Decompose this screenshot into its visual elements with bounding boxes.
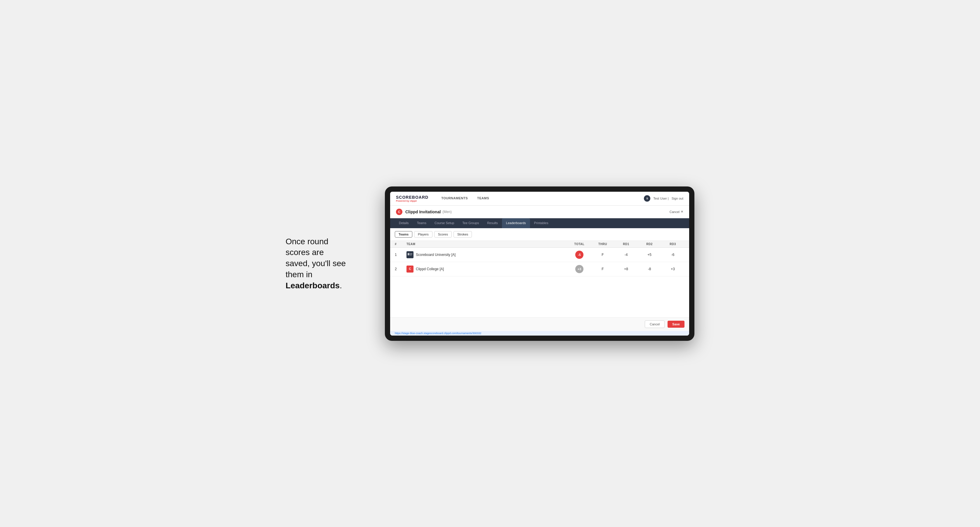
- tablet-screen: SCOREBOARD Powered by clippd TOURNAMENTS…: [390, 192, 689, 336]
- tab-tee-groups[interactable]: Tee Groups: [458, 218, 483, 228]
- nav-teams[interactable]: TEAMS: [473, 192, 494, 205]
- tournament-header: C Clippd Invitational (Men) Cancel ✕: [390, 206, 689, 218]
- total-cell-1: -5: [568, 251, 591, 259]
- tab-printables[interactable]: Printables: [530, 218, 552, 228]
- tab-bar: Details Teams Course Setup Tee Groups Re…: [390, 218, 689, 228]
- table-row: 1 Scoreboard University [A]: [390, 248, 689, 262]
- col-total: TOTAL: [568, 243, 591, 246]
- tournament-subtitle: (Men): [442, 210, 452, 214]
- svg-rect-1: [408, 253, 409, 256]
- row-rank-2: 2: [395, 267, 406, 271]
- tab-teams[interactable]: Teams: [413, 218, 430, 228]
- rd2-2: -8: [638, 267, 661, 271]
- sidebar-text-period: .: [340, 281, 342, 290]
- team-logo-1: [406, 251, 414, 258]
- table-row: 2 C Clippd College [A] +3 F +8 -8 +3: [390, 262, 689, 276]
- nav-right: S Test User | Sign out: [644, 195, 683, 202]
- top-nav: SCOREBOARD Powered by clippd TOURNAMENTS…: [390, 192, 689, 206]
- score-badge-2: +3: [575, 265, 584, 273]
- rd3-2: +3: [661, 267, 684, 271]
- svg-rect-2: [410, 254, 412, 254]
- logo-brand: clippd: [410, 200, 417, 202]
- cancel-icon: ✕: [681, 210, 683, 214]
- url-text: https://stage-blue-coach.stagescoreboard…: [395, 332, 481, 335]
- col-team: TEAM: [406, 243, 568, 246]
- team-cell-1: Scoreboard University [A]: [406, 251, 568, 258]
- logo-scoreboard: SCOREBOARD: [396, 195, 428, 200]
- col-rd1: RD1: [614, 243, 638, 246]
- rd1-2: +8: [614, 267, 638, 271]
- save-button[interactable]: Save: [668, 321, 684, 328]
- thru-1: F: [591, 253, 614, 257]
- cancel-button[interactable]: Cancel: [645, 321, 665, 328]
- col-thru: THRU: [591, 243, 614, 246]
- tournament-icon: C: [396, 209, 402, 215]
- sidebar-text-line1: Once round: [286, 237, 328, 246]
- tournament-title: Clippd Invitational: [405, 210, 441, 214]
- tab-details[interactable]: Details: [395, 218, 413, 228]
- filter-teams[interactable]: Teams: [395, 231, 412, 238]
- svg-rect-3: [410, 255, 412, 256]
- leaderboard-table: # TEAM TOTAL THRU RD1 RD2 RD3 1: [390, 241, 689, 276]
- rd3-1: -6: [661, 253, 684, 257]
- score-badge-1: -5: [575, 251, 584, 259]
- team-cell-2: C Clippd College [A]: [406, 265, 568, 273]
- col-rd3: RD3: [661, 243, 684, 246]
- tab-leaderboards[interactable]: Leaderboards: [502, 218, 530, 228]
- sidebar-text-line2: scores are: [286, 248, 324, 257]
- filter-players[interactable]: Players: [414, 231, 433, 238]
- tablet-device: SCOREBOARD Powered by clippd TOURNAMENTS…: [385, 186, 694, 341]
- user-avatar: S: [644, 195, 650, 202]
- footer-bar: Cancel Save: [390, 317, 689, 331]
- sidebar-text-line4: them in: [286, 270, 312, 279]
- rd1-1: -4: [614, 253, 638, 257]
- logo-powered: Powered by clippd: [396, 200, 428, 202]
- sign-out-link[interactable]: Sign out: [671, 197, 683, 200]
- user-name: Test User |: [653, 197, 668, 200]
- thru-2: F: [591, 267, 614, 271]
- nav-tournaments[interactable]: TOURNAMENTS: [437, 192, 473, 205]
- team-logo-2: C: [406, 265, 414, 273]
- table-header: # TEAM TOTAL THRU RD1 RD2 RD3: [390, 241, 689, 248]
- sidebar-text-line3: saved, you'll see: [286, 259, 346, 268]
- col-rank: #: [395, 243, 406, 246]
- url-bar: https://stage-blue-coach.stagescoreboard…: [390, 331, 689, 336]
- rd2-1: +5: [638, 253, 661, 257]
- tournament-cancel-button[interactable]: Cancel ✕: [670, 210, 683, 214]
- col-rd2: RD2: [638, 243, 661, 246]
- filter-scores[interactable]: Scores: [434, 231, 452, 238]
- row-rank-1: 1: [395, 253, 406, 257]
- sidebar-text-bold: Leaderboards: [286, 281, 340, 290]
- tab-course-setup[interactable]: Course Setup: [430, 218, 458, 228]
- content-area: [390, 276, 689, 317]
- sidebar-description: Once round scores are saved, you'll see …: [286, 236, 368, 291]
- tab-results[interactable]: Results: [483, 218, 502, 228]
- nav-links: TOURNAMENTS TEAMS: [437, 192, 494, 205]
- logo-area: SCOREBOARD Powered by clippd: [396, 195, 428, 202]
- team-name-2: Clippd College [A]: [416, 267, 444, 271]
- filter-bar: Teams Players Scores Strokes: [390, 228, 689, 241]
- team-name-1: Scoreboard University [A]: [416, 253, 455, 257]
- total-cell-2: +3: [568, 265, 591, 273]
- filter-strokes[interactable]: Strokes: [453, 231, 472, 238]
